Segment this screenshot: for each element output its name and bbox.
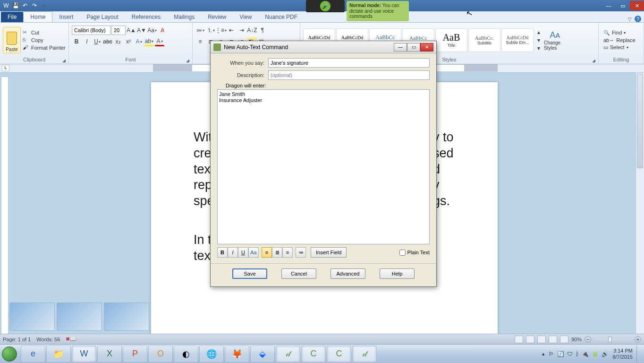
tab-insert[interactable]: Insert [52,12,80,22]
taskbar-word-icon[interactable]: W [72,346,96,363]
tab-view[interactable]: View [233,12,259,22]
text-effects-icon[interactable]: A [134,37,144,46]
ribbon-minimize-icon[interactable]: ▽ [628,17,632,22]
maximize-button[interactable]: ▭ [616,1,630,10]
cancel-button[interactable]: Cancel [281,268,316,279]
replace-button[interactable]: ab↔Replace [603,37,636,43]
redo-icon[interactable]: ↷ [30,1,39,10]
taskbar-dragon2-icon[interactable]: 𝒹 [352,346,377,363]
find-button[interactable]: 🔍Find▾ [603,30,636,36]
tab-selector[interactable]: L [2,65,9,71]
paste-button[interactable]: Paste [3,27,21,53]
taskbar-explorer-icon[interactable]: 📁 [46,346,71,363]
font-color-icon[interactable]: A [155,37,164,46]
font-launcher-icon[interactable]: ◢ [186,58,189,63]
format-painter-button[interactable]: Format Painter [23,44,66,51]
style-subtle-em-[interactable]: AaBbCcDdSubtle Em... [501,28,534,52]
superscript-button[interactable]: x² [124,37,133,46]
tab-page-layout[interactable]: Page Layout [80,12,125,22]
dragon-bar[interactable]: 🎤 [306,0,345,12]
shrink-font-icon[interactable]: A▼ [137,26,146,35]
dialog-maximize-button[interactable]: ▭ [407,43,420,52]
help-button[interactable]: Help [380,268,415,279]
sort-icon[interactable]: A↓Z [247,26,257,35]
autotext-content-textarea[interactable] [217,89,430,244]
tray-volume-icon[interactable]: 🔊 [602,351,609,357]
dlg-bold-button[interactable]: B [217,247,228,258]
proofing-icon[interactable]: ✖📖 [66,336,76,342]
dlg-font-button[interactable]: Aa [248,247,259,258]
taskbar-excel-icon[interactable]: X [97,346,122,363]
zoom-level[interactable]: 90% [571,337,582,342]
tray-sync-icon[interactable]: 🔄 [557,351,564,357]
styles-launcher-icon[interactable]: ◢ [592,58,595,63]
show-marks-icon[interactable]: ¶ [258,26,267,35]
scrollbar-thumb[interactable] [637,74,643,168]
zoom-out-button[interactable]: − [585,336,591,343]
bullets-icon[interactable]: ≔ [195,26,205,35]
word-app-icon[interactable]: W [2,1,10,10]
tab-home[interactable]: Home [23,11,52,22]
tab-file[interactable]: File [1,12,23,22]
outline-view-icon[interactable] [549,336,557,343]
tab-mailings[interactable]: Mailings [167,12,201,22]
vertical-scrollbar[interactable] [636,73,644,344]
zoom-slider[interactable] [594,338,632,340]
tray-bluetooth-icon[interactable]: ᛒ [576,351,579,357]
zoom-in-button[interactable]: + [635,336,641,343]
taskbar-ie-icon[interactable]: e [21,346,45,363]
taskbar-dropbox-icon[interactable]: ⬙ [250,346,275,363]
page-status[interactable]: Page: 1 of 1 [3,337,31,342]
save-icon[interactable]: 💾 [11,1,20,10]
close-button[interactable]: ✕ [630,1,644,10]
plain-text-checkbox-input[interactable] [399,250,406,256]
decrease-indent-icon[interactable]: ⇤ [227,26,236,35]
font-name-select[interactable] [72,26,110,35]
tray-shield-icon[interactable]: 🛡 [567,351,573,357]
start-button[interactable] [0,345,19,363]
taskbar-dragon-icon[interactable]: 𝒹 [276,346,300,363]
bold-button[interactable]: B [72,37,81,46]
styles-scroll-down-icon[interactable]: ▾ [535,36,542,44]
dlg-bullets-button[interactable]: ≔ [296,247,306,258]
tab-references[interactable]: References [125,12,167,22]
dlg-italic-button[interactable]: I [228,247,238,258]
web-layout-view-icon[interactable] [537,336,546,343]
tray-show-hidden-icon[interactable]: ▴ [542,351,545,357]
multilevel-list-icon[interactable]: ⋮≡ [216,26,226,35]
grow-font-icon[interactable]: A▲ [127,26,136,35]
help-icon[interactable]: ? [635,16,641,22]
taskbar-chrome-icon[interactable]: 🌐 [199,346,224,363]
plain-text-checkbox[interactable]: Plain Text [399,250,430,256]
dlg-align-left-button[interactable]: ≡ [262,247,272,258]
advanced-button[interactable]: Advanced [330,268,365,279]
desktop-thumb[interactable] [9,302,55,331]
tab-nuance-pdf[interactable]: Nuance PDF [258,12,304,22]
styles-scroll-up-icon[interactable]: ▴ [535,28,542,36]
word-count-status[interactable]: Words: 56 [36,337,60,342]
taskbar-camtasia2-icon[interactable]: C [327,346,351,363]
strikethrough-button[interactable]: abc [103,37,112,46]
change-case-icon[interactable]: Aa [147,26,157,35]
change-styles-button[interactable]: Aᴀ Change Styles [544,27,567,53]
save-button[interactable]: Save [232,268,267,279]
insert-field-button[interactable]: Insert Field [311,247,347,258]
dialog-titlebar[interactable]: New Auto-Text Command — ▭ ✕ [211,41,436,53]
dialog-close-button[interactable]: ✕ [420,43,433,52]
dlg-align-right-button[interactable]: ≡ [282,247,293,258]
italic-button[interactable]: I [82,37,92,46]
align-left-icon[interactable]: ≡ [195,37,205,46]
style-subtitle[interactable]: AaBbCc.Subtitle [468,28,500,52]
dialog-minimize-button[interactable]: — [394,43,407,52]
microphone-icon[interactable]: 🎤 [320,1,330,11]
when-you-say-input[interactable] [268,58,430,68]
cut-button[interactable]: Cut [23,29,66,36]
description-input[interactable] [268,70,430,80]
clipboard-launcher-icon[interactable]: ◢ [62,58,66,63]
taskbar-outlook-icon[interactable]: O [148,346,173,363]
taskbar-firefox-icon[interactable]: 🦊 [225,346,249,363]
undo-icon[interactable]: ↶ [21,1,29,10]
print-layout-view-icon[interactable] [515,336,523,343]
qat-customize-icon[interactable] [40,1,48,10]
numbering-icon[interactable]: ⒈ [206,26,215,35]
